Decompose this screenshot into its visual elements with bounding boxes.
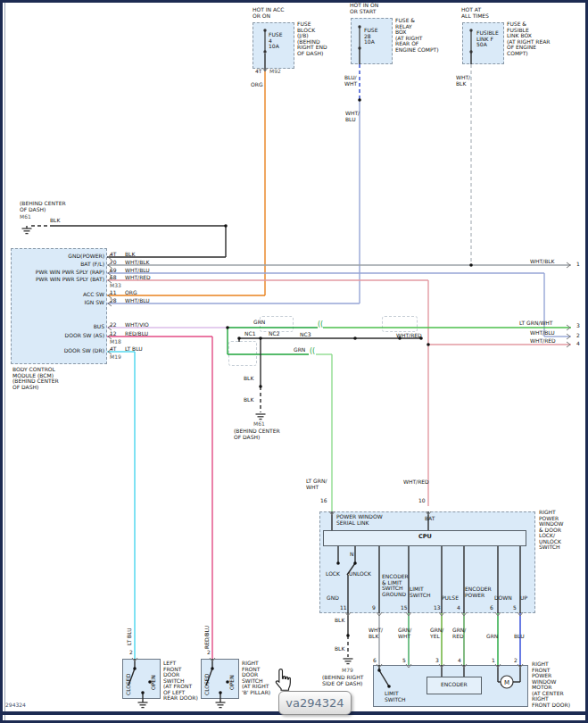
diagram-label: 22: [110, 322, 117, 328]
wiring-diagram-page: M 294324 va294324 HOT IN ACC OR ONFUSE 4…: [0, 0, 588, 723]
diagram-label: 2: [576, 333, 580, 339]
junction-dot: [259, 385, 262, 388]
diagram-label: 3: [435, 658, 439, 664]
diagram-label: 2: [129, 650, 133, 656]
diagram-label: BLK: [125, 252, 135, 258]
pin-chevron: [567, 342, 570, 347]
diagram-label: N: [350, 552, 354, 558]
junction-dot: [358, 98, 361, 102]
wire-blu-wht-label: BLU/ WHT: [344, 75, 357, 87]
diagram-label: RED/BLU: [125, 331, 148, 337]
diagram-label: GRN/ YEL: [430, 627, 443, 639]
m61-loc-label: (BEHIND CENTER OF DASH): [20, 201, 66, 212]
diagram-label: GND: [327, 595, 339, 602]
pin-4t-label: 4T: [255, 69, 261, 75]
diagram-label: NC2: [269, 331, 280, 337]
diagram-label: BLK: [244, 397, 253, 403]
diagram-label: 13: [434, 605, 441, 611]
diagram-label: WHT/ BLK: [369, 627, 383, 639]
diagram-label: WHT/RED: [125, 275, 151, 281]
junction-dot: [469, 263, 473, 267]
diagram-label: (BEHIND RIGHT SIDE OF DASH): [322, 675, 363, 686]
ghost-connector-3: [228, 341, 257, 366]
limit-switch-label: LIMIT SWITCH: [385, 691, 406, 702]
diagram-label: 69: [110, 268, 117, 274]
diagram-label: WHT/BLU: [125, 268, 150, 274]
cpu-label: CPU: [418, 534, 432, 540]
window-switch-label: RIGHT POWER WINDOW & DOOR LOCK/ UNLOCK S…: [539, 510, 563, 551]
diagram-id: 294324: [5, 702, 26, 708]
diagram-label: 2: [207, 650, 211, 656]
wire-wht-blu-label: WHT/ BLU: [345, 111, 360, 122]
diagram-label: DOWN: [494, 595, 512, 602]
bcm-pin-acc: ACC SW: [83, 292, 104, 298]
bat-pin-label: BAT: [425, 516, 435, 522]
conn-m92-label: M92: [269, 69, 281, 75]
junction-dot: [226, 326, 229, 329]
diagram-label: 1: [576, 262, 580, 268]
diagram-label: M19: [110, 354, 121, 361]
diagram-label: BLK: [335, 646, 344, 652]
bcm-pin-ign: IGN SW: [84, 300, 104, 306]
pin-chevron: [567, 334, 570, 339]
edge-wht-blk: WHT/BLK: [530, 259, 555, 265]
diagram-label: 68: [110, 275, 117, 281]
diagram-label: ((: [318, 322, 323, 328]
wire-wht-red-mid: WHT/RED: [396, 333, 422, 339]
diagram-label: 15: [401, 605, 408, 611]
diagram-label: 9: [372, 605, 376, 611]
diagram-label: ORG: [125, 290, 137, 296]
encoder-label: ENCODER: [441, 682, 468, 688]
fuse-28-label: FUSE 28 10A: [364, 28, 377, 46]
diagram-label: UNLOCK: [349, 571, 371, 578]
junction-dot: [427, 343, 430, 346]
diagram-label: M79: [342, 668, 353, 674]
diagram-label: GRN: [486, 634, 498, 640]
wire-grn-label1: GRN: [253, 320, 265, 326]
diagram-label: 4T: [110, 346, 116, 353]
diagram-label: 5: [402, 658, 406, 664]
junction-dot: [346, 634, 350, 637]
diagram-label: M18: [110, 339, 121, 345]
watermark-tooltip[interactable]: va294324: [278, 691, 352, 715]
fuse-4-label: FUSE 4 10A: [269, 32, 282, 50]
serial-link-pin-label: POWER WINDOW SERIAL LINK: [336, 514, 383, 526]
pin-chevron: [567, 325, 570, 330]
wire-grn-label2: GRN: [294, 347, 305, 353]
wire-wht-blk-label: WHT/ BLK: [456, 75, 470, 87]
diagram-label: UP: [520, 595, 527, 602]
diagram-label: ((: [310, 349, 315, 355]
diagram-label: BLK: [244, 376, 253, 382]
diagram-label: LIMIT SWITCH: [410, 586, 431, 598]
diagram-label: CLOSED: [204, 674, 211, 695]
wire-lt-blu-vert-label: LT BLU: [127, 627, 133, 645]
diagram-label: M61: [253, 421, 265, 428]
diagram-label: CLOSED: [126, 674, 132, 695]
diagram-label: 11: [110, 290, 117, 296]
diagram-label: NC3: [300, 332, 311, 338]
junction-dot: [237, 337, 241, 340]
diagram-label: GRN/ RED: [452, 627, 466, 639]
frame-inner-line: [4, 3, 5, 720]
junction-dot: [259, 337, 262, 340]
junction-dot: [353, 337, 357, 340]
diagram-label: LOCK: [326, 571, 340, 578]
bcm-pin-rap: PWR WIN PWR SPLY (RAP): [36, 270, 104, 276]
left-door-switch-label: LEFT FRONT DOOR SWITCH (AT FRONT OF LEFT…: [163, 661, 198, 702]
fuse-block-label: FUSE BLOCK (J/B) (BEHIND RIGHT END OF DA…: [297, 21, 327, 56]
hot-in-on-label: HOT IN ON OR START: [350, 3, 378, 14]
diagram-label: (BEHIND CENTER OF DASH): [234, 428, 280, 440]
bcm-pin-batsply: PWR WIN PWR SPLY (BAT): [36, 277, 104, 283]
diagram-label: 6: [490, 605, 493, 611]
wire-wht-red-bottom: WHT/RED: [403, 479, 429, 486]
bcm-pin-bat: BAT (F/L): [80, 262, 104, 268]
bcm-pin-door-dr: DOOR SW (DR): [64, 348, 104, 354]
bcm-pin-door-as: DOOR SW (AS): [65, 333, 104, 339]
diagram-label: 2: [514, 658, 518, 664]
diagram-label: 1: [492, 658, 495, 664]
watermark-text: va294324: [286, 696, 344, 710]
diagram-label: NC1: [244, 331, 256, 337]
diagram-label: BLU: [514, 634, 525, 640]
window-motor-label: RIGHT FRONT POWER WINDOW MOTOR (AT CENTE…: [532, 661, 570, 708]
junction-dot: [224, 224, 228, 228]
